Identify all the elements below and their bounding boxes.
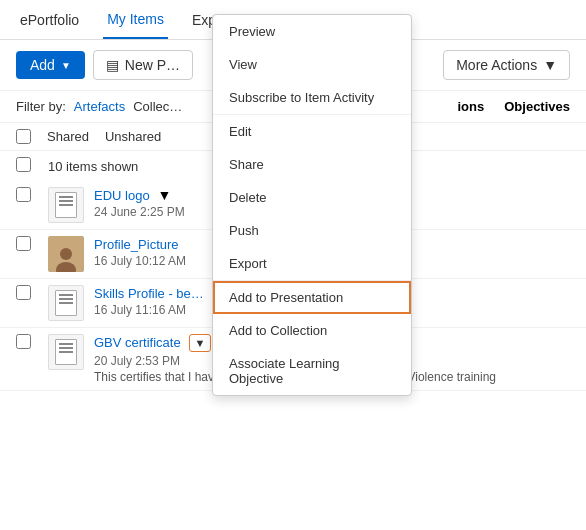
- nav-eportfolio[interactable]: ePortfolio: [16, 2, 83, 38]
- dropdown-arrow-gbv[interactable]: ▼: [189, 334, 212, 352]
- item-checkbox[interactable]: [16, 285, 31, 300]
- add-button[interactable]: Add ▼: [16, 51, 85, 79]
- new-p-label: New P…: [125, 57, 180, 73]
- doc-icon: [55, 290, 77, 316]
- item-thumb-edu: [48, 187, 84, 223]
- more-actions-label: More Actions: [456, 57, 537, 73]
- filter-artefacts[interactable]: Artefacts: [74, 99, 125, 114]
- select-all-checkbox[interactable]: [16, 129, 31, 144]
- dropdown-add-presentation[interactable]: Add to Presentation: [213, 281, 411, 314]
- filter-by-label: Filter by:: [16, 99, 66, 114]
- filter-objectives: Objectives: [504, 99, 570, 114]
- dropdown-edit[interactable]: Edit: [213, 115, 411, 148]
- unshared-tab[interactable]: Unshared: [105, 129, 161, 144]
- items-count: 10 items shown: [48, 159, 138, 174]
- item-thumb-skills: [48, 285, 84, 321]
- dropdown-view[interactable]: View: [213, 48, 411, 81]
- profile-image: [48, 236, 84, 272]
- svg-point-0: [60, 248, 72, 260]
- item-checkbox[interactable]: [16, 236, 31, 251]
- filter-collec: Collec…: [133, 99, 182, 114]
- doc-icon: [55, 192, 77, 218]
- item-title-profile[interactable]: Profile_Picture: [94, 237, 179, 252]
- dropdown-associate-objective[interactable]: Associate Learning Objective: [213, 347, 411, 395]
- svg-point-1: [56, 262, 76, 272]
- item-title-gbv[interactable]: GBV certificate: [94, 335, 181, 350]
- dropdown-subscribe[interactable]: Subscribe to Item Activity: [213, 81, 411, 114]
- nav-my-items[interactable]: My Items: [103, 1, 168, 39]
- chevron-down-icon: ▼: [543, 57, 557, 73]
- more-actions-button[interactable]: More Actions ▼: [443, 50, 570, 80]
- dropdown-share[interactable]: Share: [213, 148, 411, 181]
- add-label: Add: [30, 57, 55, 73]
- new-p-icon: ▤: [106, 57, 119, 73]
- dropdown-push[interactable]: Push: [213, 214, 411, 247]
- dropdown-delete[interactable]: Delete: [213, 181, 411, 214]
- item-thumb-profile: [48, 236, 84, 272]
- items-count-checkbox[interactable]: [16, 157, 31, 172]
- dropdown-menu: Preview View Subscribe to Item Activity …: [212, 14, 412, 396]
- item-thumb-gbv: [48, 334, 84, 370]
- doc-icon: [55, 339, 77, 365]
- item-checkbox[interactable]: [16, 187, 31, 202]
- item-checkbox[interactable]: [16, 334, 31, 349]
- new-presentation-button[interactable]: ▤ New P…: [93, 50, 193, 80]
- chevron-down-icon[interactable]: ▼: [158, 187, 172, 203]
- dropdown-add-collection[interactable]: Add to Collection: [213, 314, 411, 347]
- filter-ions: ions: [458, 99, 485, 114]
- item-title-skills[interactable]: Skills Profile - be…: [94, 286, 204, 301]
- chevron-down-icon: ▼: [61, 60, 71, 71]
- item-title-edu[interactable]: EDU logo: [94, 188, 150, 203]
- dropdown-export[interactable]: Export: [213, 247, 411, 280]
- dropdown-preview[interactable]: Preview: [213, 15, 411, 48]
- shared-tab[interactable]: Shared: [47, 129, 89, 144]
